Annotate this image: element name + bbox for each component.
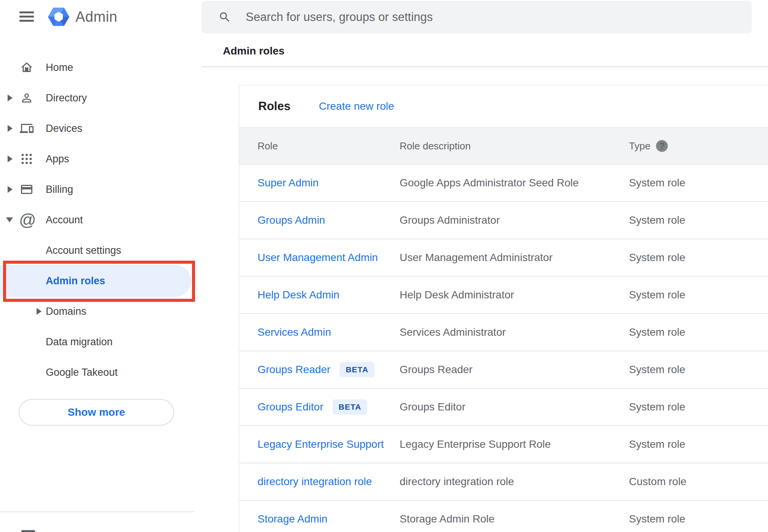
sidebar-item-home[interactable]: Home — [0, 52, 202, 83]
sidebar-item-apps[interactable]: Apps — [0, 144, 202, 174]
beta-badge: BETA — [339, 362, 374, 377]
sidebar-item-domains[interactable]: Domains — [0, 296, 202, 327]
role-type: System role — [629, 438, 685, 450]
role-link[interactable]: Groups Reader — [258, 364, 330, 376]
search-placeholder: Search for users, groups or settings — [246, 1, 433, 34]
show-more-button[interactable]: Show more — [19, 399, 174, 426]
role-link[interactable]: Groups Editor — [258, 401, 323, 413]
beta-badge: BETA — [333, 399, 368, 415]
breadcrumb: Admin roles — [223, 45, 285, 57]
table-row: Groups Editor BETA Groups Editor System … — [239, 389, 768, 426]
sidebar-item-label: Domains — [46, 306, 86, 317]
admin-logo: Admin — [48, 6, 117, 27]
sidebar-item-google-takeout[interactable]: Google Takeout — [0, 357, 202, 388]
apps-grid-icon — [20, 152, 34, 166]
help-icon[interactable]: ? — [656, 140, 668, 152]
at-sign-icon: @ — [19, 212, 36, 228]
sidebar-item-label: Data migration — [46, 336, 113, 348]
sidebar-item-data-migration[interactable]: Data migration — [0, 327, 202, 357]
devices-icon — [20, 122, 34, 135]
sidebar: Admin HomeDirectoryDevicesAppsBilling@Ac… — [0, 0, 202, 532]
card-title-row: Roles Create new role — [239, 85, 768, 127]
table-row: Groups Reader BETA Groups Reader System … — [239, 351, 768, 389]
role-type: System role — [629, 214, 685, 226]
table-row: User Management Admin User Management Ad… — [239, 239, 768, 277]
role-type: System role — [629, 401, 685, 413]
admin-hexagon-icon — [48, 6, 69, 27]
role-link[interactable]: Help Desk Admin — [258, 289, 339, 301]
sidebar-item-label: Directory — [46, 92, 87, 104]
search-bar[interactable]: Search for users, groups or settings — [202, 1, 752, 34]
partial-sidebar-icon — [21, 530, 35, 532]
role-type: System role — [629, 326, 685, 338]
sidebar-item-label: Billing — [46, 184, 73, 195]
table-row: Storage Admin Storage Admin Role System … — [239, 501, 768, 532]
role-type: System role — [629, 289, 685, 301]
role-description: Legacy Enterprise Support Role — [400, 438, 551, 450]
role-link[interactable]: User Management Admin — [258, 252, 378, 264]
content-divider — [202, 66, 768, 67]
column-header-description: Role description — [400, 140, 470, 152]
table-row: Help Desk Admin Help Desk Administrator … — [239, 277, 768, 314]
role-link[interactable]: Storage Admin — [258, 513, 328, 525]
table-row: Super Admin Google Apps Administrator Se… — [239, 165, 768, 202]
role-description: Help Desk Administrator — [400, 289, 514, 301]
sidebar-item-label: Account — [46, 214, 83, 226]
sidebar-item-account[interactable]: @Account — [0, 205, 202, 235]
role-type: Custom role — [629, 476, 686, 488]
role-link[interactable]: Services Admin — [258, 326, 331, 338]
chevron-right-icon[interactable] — [8, 186, 13, 193]
person-icon — [20, 91, 34, 105]
search-icon — [218, 11, 231, 24]
sidebar-item-directory[interactable]: Directory — [0, 83, 202, 113]
role-description: Storage Admin Role — [400, 513, 494, 525]
column-header-type: Type — [629, 140, 650, 152]
hamburger-menu-icon[interactable] — [19, 11, 34, 22]
table-header-row: Role Role description Type ? — [239, 127, 768, 165]
table-row: directory integration role directory int… — [239, 463, 768, 501]
logo-text: Admin — [75, 9, 117, 25]
role-link[interactable]: directory integration role — [258, 476, 372, 488]
table-row: Groups Admin Groups Administrator System… — [239, 202, 768, 239]
home-icon — [20, 61, 34, 74]
role-description: Services Administrator — [400, 326, 506, 338]
sidebar-item-label: Apps — [46, 153, 69, 165]
credit-card-icon — [20, 183, 34, 196]
role-description: User Management Administrator — [400, 252, 553, 264]
role-type: System role — [629, 252, 685, 264]
sidebar-nav: HomeDirectoryDevicesAppsBilling@AccountA… — [0, 52, 202, 388]
sidebar-item-devices[interactable]: Devices — [0, 113, 202, 144]
sidebar-item-billing[interactable]: Billing — [0, 174, 202, 205]
sidebar-item-label: Google Takeout — [46, 367, 118, 378]
chevron-down-icon[interactable] — [6, 218, 13, 223]
card-title: Roles — [258, 99, 290, 113]
role-description: Google Apps Administrator Seed Role — [400, 177, 579, 189]
sidebar-item-label: Admin roles — [46, 275, 105, 287]
role-description: Groups Reader — [400, 364, 472, 376]
roles-card: Roles Create new role Role Role descript… — [239, 85, 768, 532]
chevron-right-icon[interactable] — [8, 155, 13, 162]
roles-table: Super Admin Google Apps Administrator Se… — [239, 165, 768, 532]
sidebar-item-admin-roles[interactable]: Admin roles — [0, 266, 202, 296]
create-new-role-link[interactable]: Create new role — [319, 100, 394, 112]
role-link[interactable]: Groups Admin — [258, 214, 325, 226]
role-description: Groups Administrator — [400, 214, 500, 226]
role-type: System role — [629, 364, 685, 376]
role-type: System role — [629, 177, 685, 189]
chevron-right-icon[interactable] — [37, 308, 42, 315]
column-header-role: Role — [258, 140, 278, 152]
role-type: System role — [629, 513, 685, 525]
role-link[interactable]: Super Admin — [258, 177, 318, 189]
sidebar-item-account-settings[interactable]: Account settings — [0, 235, 202, 266]
role-description: Groups Editor — [400, 401, 466, 413]
chevron-right-icon[interactable] — [8, 95, 13, 101]
sidebar-divider — [0, 511, 194, 512]
sidebar-item-label: Devices — [46, 123, 82, 135]
role-description: directory integration role — [400, 476, 514, 488]
role-link[interactable]: Legacy Enterprise Support — [258, 438, 384, 450]
sidebar-item-label: Home — [46, 62, 73, 74]
table-row: Legacy Enterprise Support Legacy Enterpr… — [239, 426, 768, 463]
chevron-right-icon[interactable] — [8, 125, 13, 132]
sidebar-item-label: Account settings — [46, 245, 121, 256]
table-row: Services Admin Services Administrator Sy… — [239, 314, 768, 351]
